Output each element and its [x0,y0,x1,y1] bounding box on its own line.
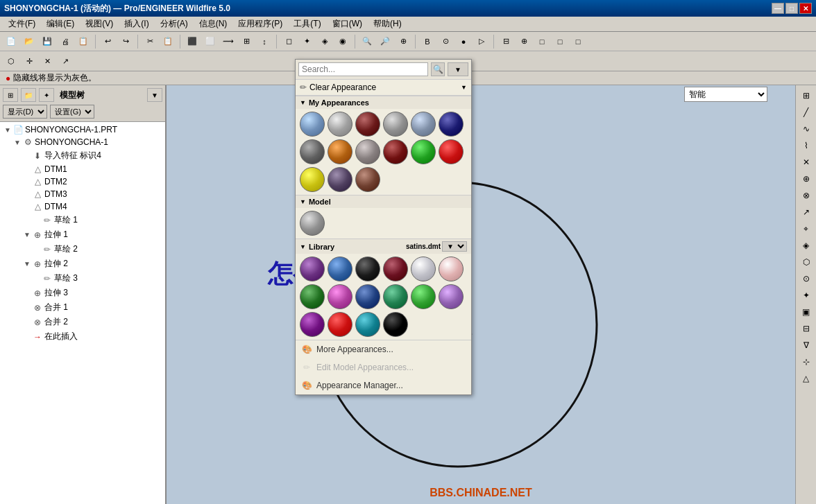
tool10[interactable]: B [419,34,436,49]
tree-item-c6[interactable]: △DTM4 [1,200,164,213]
swatch-gray[interactable] [383,112,408,137]
sidebar-show-dropdown[interactable]: 显示(D) [3,105,47,119]
tree-item-c15[interactable]: →在此插入 [1,329,164,344]
tool18[interactable]: □ [570,34,586,49]
minimize-button[interactable]: — [772,3,784,14]
sidebar-icon1[interactable]: ⊞ [3,88,18,102]
swatch-bronze[interactable] [328,139,352,164]
rt-btn1[interactable]: ⊞ [798,88,815,103]
rt-btn13[interactable]: ✦ [798,288,815,303]
tree-item-c8[interactable]: ▼⊕拉伸 1 [1,227,164,242]
rt-btn3[interactable]: ∿ [798,121,815,137]
menu-edit[interactable]: 编辑(E) [41,17,80,31]
sketch2[interactable]: ✛ [21,53,37,69]
swatch-bright-green[interactable] [411,284,436,309]
tree-item-c4[interactable]: △DTM2 [1,175,164,188]
rt-btn15[interactable]: ⊟ [798,321,815,336]
tool11[interactable]: ⊙ [437,34,454,49]
swatch-forest-green[interactable] [300,284,325,309]
tool5[interactable]: ↕ [256,34,273,49]
tree-expand-c10[interactable]: ▼ [24,260,32,268]
swatch-violet[interactable] [439,284,464,309]
swatch-navy[interactable] [355,284,380,309]
clear-appearance-row[interactable]: ✏ Clear Appearance ▼ [296,80,471,96]
rt-btn8[interactable]: ↗ [798,205,815,220]
swatch-yellow[interactable] [300,167,325,192]
tree-item-c10[interactable]: ▼⊕拉伸 2 [1,257,164,271]
tool16[interactable]: □ [534,34,550,49]
sidebar-icon3[interactable]: ✦ [39,88,54,102]
zoom-in[interactable]: 🔍 [359,34,375,49]
swatch-purple[interactable] [300,257,325,281]
new-button[interactable]: 📄 [3,34,19,49]
swatch-brown[interactable] [355,167,380,192]
close-button[interactable]: ✕ [799,3,812,14]
tree-item-c11[interactable]: ✏草绘 3 [1,271,164,286]
swatch-warm-gray[interactable] [355,139,380,164]
menu-file[interactable]: 文件(F) [3,17,41,31]
swatch-blue[interactable] [328,257,352,281]
library-dropdown[interactable]: ▼ [442,241,467,252]
tree-expand-root[interactable]: ▼ [4,126,12,134]
menu-insert[interactable]: 插入(I) [119,17,154,31]
undo-button[interactable]: ↩ [99,34,116,49]
swatch-purple-dark[interactable] [328,167,352,192]
swatch-silver-light[interactable] [411,257,436,281]
sidebar-settings-dropdown[interactable]: 设置(G) [50,105,94,119]
rt-btn10[interactable]: ◈ [798,238,815,253]
zoom-out[interactable]: 🔎 [377,34,393,49]
appearance-manager-item[interactable]: 🎨 Appearance Manager... [296,376,471,394]
tool7[interactable]: ✦ [298,34,315,49]
swatch-blue-gray[interactable] [300,112,325,137]
tree-item-c7[interactable]: ✏草绘 1 [1,213,164,227]
save-button[interactable]: 💾 [39,34,56,49]
swatch-green[interactable] [411,139,436,164]
swatch-dark-gray[interactable] [300,139,325,164]
tree-item-c2[interactable]: ⬇导入特征 标识4 [1,148,164,163]
swatch-cyan-dark[interactable] [355,312,380,337]
menu-help[interactable]: 帮助(H) [368,17,407,31]
rt-btn6[interactable]: ⊕ [798,171,815,186]
tree-item-c9[interactable]: ✏草绘 2 [1,242,164,257]
menu-view[interactable]: 视图(V) [80,17,119,31]
sidebar-close-btn[interactable]: ▼ [147,88,162,102]
swatch-teal[interactable] [383,284,408,309]
redo-button[interactable]: ↪ [117,34,134,49]
swatch-dark-red[interactable] [355,112,380,137]
menu-analysis[interactable]: 分析(A) [155,17,194,31]
tree-item-c3[interactable]: △DTM1 [1,163,164,175]
tree-item-c5[interactable]: △DTM3 [1,188,164,200]
tool12[interactable]: ● [455,34,472,49]
print-button[interactable]: 🖨 [57,34,74,49]
tool15[interactable]: ⊕ [516,34,532,49]
swatch-model-gray[interactable] [300,211,325,236]
rt-btn14[interactable]: ▣ [798,304,815,320]
search-button[interactable]: 🔍 [431,62,445,76]
maximize-button[interactable]: □ [785,3,798,14]
rt-btn17[interactable]: ⊹ [798,354,815,370]
rt-btn11[interactable]: ⬡ [798,254,815,270]
my-appearances-header[interactable]: ▼ My Appearances [296,96,471,109]
menu-window[interactable]: 窗口(W) [327,17,368,31]
tree-item-root[interactable]: ▼📄SHONYONGCHA-1.PRT [1,123,164,136]
tool1[interactable]: ⬛ [184,34,201,49]
tool9[interactable]: ◉ [334,34,351,49]
menu-apps[interactable]: 应用程序(P) [232,17,288,31]
tree-item-c1[interactable]: ▼⚙SHONYONGCHA-1 [1,136,164,148]
swatch-black[interactable] [355,257,380,281]
tool17[interactable]: □ [552,34,568,49]
menu-tools[interactable]: 工具(T) [288,17,326,31]
swatch-wine[interactable] [383,257,408,281]
swatch-red[interactable] [328,312,352,337]
swatch-black2[interactable] [383,312,408,337]
tree-item-c14[interactable]: ⊗合并 2 [1,315,164,329]
rt-btn9[interactable]: ⌖ [798,221,815,236]
more-appearances-item[interactable]: 🎨 More Appearances... [296,340,471,358]
tree-item-c13[interactable]: ⊗合并 1 [1,300,164,315]
library-expand[interactable]: ▼ Library [300,243,334,251]
swatch-maroon[interactable] [383,139,408,164]
tree-item-c12[interactable]: ⊕拉伸 3 [1,286,164,300]
tool4[interactable]: ⊞ [238,34,255,49]
rt-btn2[interactable]: ╱ [798,105,815,120]
swatch-dark-purple[interactable] [300,312,325,337]
